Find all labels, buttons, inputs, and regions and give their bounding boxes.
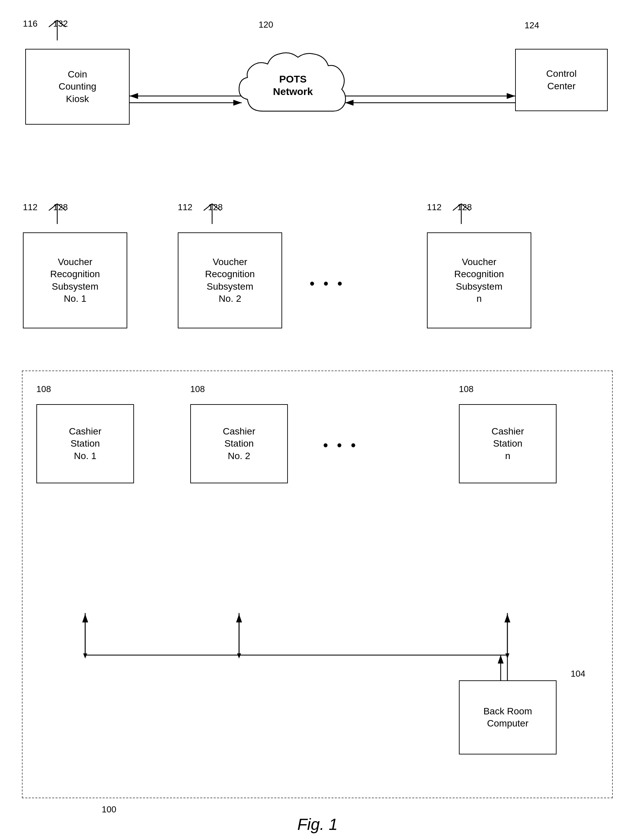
vrsn-box: Voucher Recognition Subsystem n [427, 232, 531, 328]
ref-104: 104 [571, 669, 585, 679]
vrs2-box: Voucher Recognition Subsystem No. 2 [178, 232, 282, 328]
svg-line-25 [57, 204, 66, 210]
svg-line-24 [49, 204, 57, 210]
svg-line-30 [453, 204, 461, 210]
ref-108-cs1: 108 [36, 384, 51, 395]
ref-108-csn: 108 [459, 384, 473, 395]
ref-108-cs2: 108 [190, 384, 205, 395]
diagram: 116 132 Coin Counting Kiosk 120 POTS Net… [0, 0, 635, 840]
svg-line-20 [57, 20, 66, 27]
vrsn-antenna [448, 194, 475, 227]
ref-124: 124 [525, 20, 539, 31]
svg-text:Network: Network [273, 86, 313, 97]
svg-line-31 [461, 204, 470, 210]
svg-text:POTS: POTS [279, 73, 307, 85]
fig-label: Fig. 1 [267, 815, 368, 834]
coin-counting-kiosk-box: Coin Counting Kiosk [25, 49, 130, 125]
vrs1-antenna [44, 194, 71, 227]
pots-network-cloud: POTS Network [236, 44, 350, 131]
svg-line-19 [49, 20, 57, 27]
ref-116: 116 [23, 19, 37, 29]
ref-112-vrs1: 112 [23, 202, 37, 213]
vrs1-box: Voucher Recognition Subsystem No. 1 [23, 232, 127, 328]
cashier-station-n-box: Cashier Station n [459, 404, 556, 483]
back-room-computer-box: Back Room Computer [459, 681, 556, 755]
coin-kiosk-antenna [44, 10, 71, 44]
cashier-station-1-box: Cashier Station No. 1 [36, 404, 134, 483]
cashier-station-2-box: Cashier Station No. 2 [190, 404, 288, 483]
control-center-box: Control Center [515, 49, 608, 111]
ref-120: 120 [258, 19, 273, 30]
store-ref-label: 100 [102, 804, 116, 815]
cloud-svg: POTS Network [236, 44, 350, 131]
ref-112-vrsn: 112 [427, 202, 441, 213]
vrs2-antenna [199, 194, 225, 227]
ref-112-vrs2: 112 [178, 202, 192, 213]
svg-line-27 [204, 204, 212, 210]
svg-line-28 [212, 204, 221, 210]
cashier-dots: • • • [323, 438, 358, 453]
vrs-dots: • • • [310, 276, 345, 291]
